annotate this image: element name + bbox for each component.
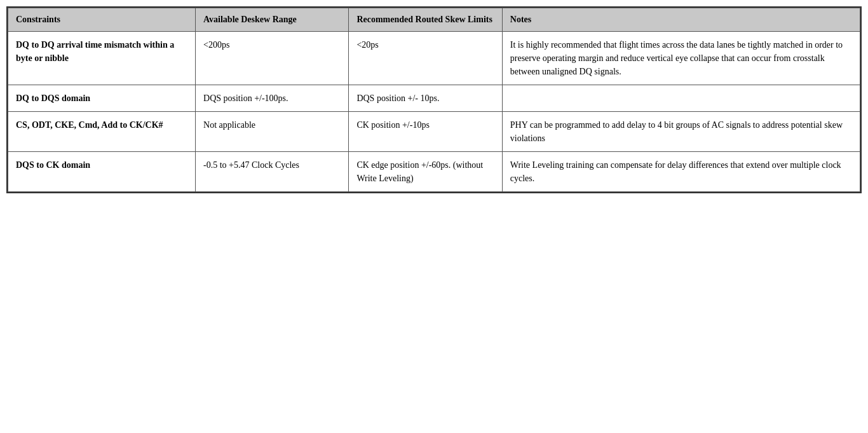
- skew-limit-cell-3: CK position +/-10ps: [349, 112, 502, 152]
- table-header-row: Constraints Available Deskew Range Recom…: [8, 8, 860, 32]
- table-row: DQ to DQS domain DQS position +/-100ps. …: [8, 85, 860, 112]
- constraints-table: Constraints Available Deskew Range Recom…: [8, 8, 860, 192]
- skew-limit-cell-1: <20ps: [349, 32, 502, 85]
- header-deskew: Available Deskew Range: [196, 8, 349, 32]
- constraint-cell-3: CS, ODT, CKE, Cmd, Add to CK/CK#: [8, 112, 196, 152]
- deskew-cell-2: DQS position +/-100ps.: [196, 85, 349, 112]
- table-row: DQS to CK domain -0.5 to +5.47 Clock Cyc…: [8, 152, 860, 192]
- notes-cell-2: [502, 85, 860, 112]
- constraints-table-wrapper: Constraints Available Deskew Range Recom…: [6, 6, 862, 193]
- constraint-cell-1: DQ to DQ arrival time mismatch within a …: [8, 32, 196, 85]
- notes-cell-4: Write Leveling training can compensate f…: [502, 152, 860, 192]
- deskew-cell-3: Not applicable: [196, 112, 349, 152]
- table-row: DQ to DQ arrival time mismatch within a …: [8, 32, 860, 85]
- deskew-cell-4: -0.5 to +5.47 Clock Cycles: [196, 152, 349, 192]
- table-row: CS, ODT, CKE, Cmd, Add to CK/CK# Not app…: [8, 112, 860, 152]
- constraint-cell-4: DQS to CK domain: [8, 152, 196, 192]
- deskew-cell-1: <200ps: [196, 32, 349, 85]
- constraint-cell-2: DQ to DQS domain: [8, 85, 196, 112]
- header-skew-limits: Recommended Routed Skew Limits: [349, 8, 502, 32]
- skew-limit-cell-2: DQS position +/- 10ps.: [349, 85, 502, 112]
- skew-limit-cell-4: CK edge position +/-60ps. (without Write…: [349, 152, 502, 192]
- notes-cell-3: PHY can be programmed to add delay to 4 …: [502, 112, 860, 152]
- notes-cell-1: It is highly recommended that flight tim…: [502, 32, 860, 85]
- header-constraints: Constraints: [8, 8, 196, 32]
- header-notes: Notes: [502, 8, 860, 32]
